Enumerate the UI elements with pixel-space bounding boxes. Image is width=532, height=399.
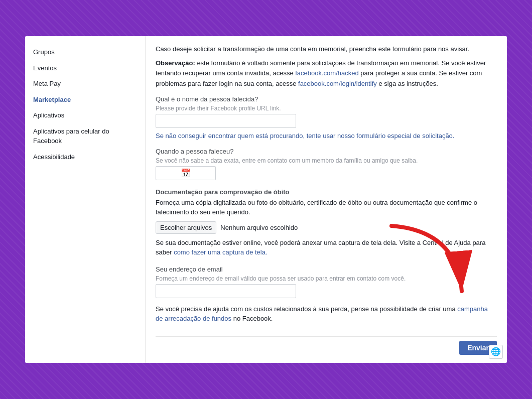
email-input[interactable] — [156, 284, 296, 298]
field-name-input[interactable] — [156, 114, 296, 128]
sidebar-item-aplicativos[interactable]: Aplicativos — [25, 107, 145, 123]
globe-button[interactable]: 🌐 — [489, 345, 503, 359]
sidebar: Grupos Eventos Meta Pay Marketplace Apli… — [25, 36, 146, 363]
helper-link[interactable]: Se não conseguir encontrar quem está pro… — [156, 132, 497, 140]
intro-text: Caso deseje solicitar a transformação de… — [156, 44, 497, 54]
obs-text: Observação: este formulário é voltado so… — [156, 58, 497, 89]
obs-label: Observação: — [156, 59, 195, 67]
email-label: Seu endereço de email — [156, 265, 497, 273]
sidebar-item-marketplace[interactable]: Marketplace — [25, 92, 145, 108]
footer-body1: Se você precisa de ajuda com os custos r… — [156, 305, 457, 313]
choose-file-button[interactable]: Escolher arquivos — [156, 221, 216, 234]
footer-text: Se você precisa de ajuda com os custos r… — [156, 304, 497, 324]
obs-body3: e siga as instruções. — [378, 80, 438, 87]
online-doc-text: Se sua documentação estiver online, você… — [156, 238, 497, 257]
link-login-identify[interactable]: facebook.com/login/identify — [298, 80, 377, 87]
field-date-label: Quando a pessoa faleceu? — [156, 148, 497, 155]
calendar-icon: 📅 — [181, 168, 191, 178]
field-date-hint: Se você não sabe a data exata, entre em … — [156, 157, 497, 164]
doc-section-title: Documentação para comprovação de óbito — [156, 188, 497, 196]
sidebar-item-metapay[interactable]: Meta Pay — [25, 76, 145, 92]
main-window: Grupos Eventos Meta Pay Marketplace Apli… — [25, 36, 507, 363]
form-divider — [156, 332, 497, 332]
footer-body2: no Facebook. — [233, 315, 273, 322]
globe-icon: 🌐 — [491, 347, 501, 356]
doc-section-desc: Forneça uma cópia digitalizada ou foto d… — [156, 198, 497, 217]
link-hacked[interactable]: facebook.com/hacked — [295, 69, 358, 77]
screenshot-link[interactable]: como fazer uma captura de tela. — [174, 248, 267, 256]
sidebar-item-aplicativos-celular[interactable]: Aplicativos para celular do Facebook — [25, 123, 145, 149]
form-area: Caso deseje solicitar a transformação de… — [146, 36, 507, 363]
sidebar-item-eventos[interactable]: Eventos — [25, 60, 145, 76]
field-name-placeholder: Please provide their Facebook profile UR… — [156, 105, 497, 112]
date-input[interactable]: 📅 — [156, 166, 216, 180]
field-name-label: Qual é o nome da pessoa falecida? — [156, 95, 497, 103]
sidebar-item-acessibilidade[interactable]: Acessibilidade — [25, 149, 145, 165]
sidebar-item-grupos[interactable]: Grupos — [25, 44, 145, 60]
no-file-text: Nenhum arquivo escolhido — [220, 224, 298, 231]
email-placeholder: Forneça um endereço de email válido que … — [156, 275, 497, 282]
